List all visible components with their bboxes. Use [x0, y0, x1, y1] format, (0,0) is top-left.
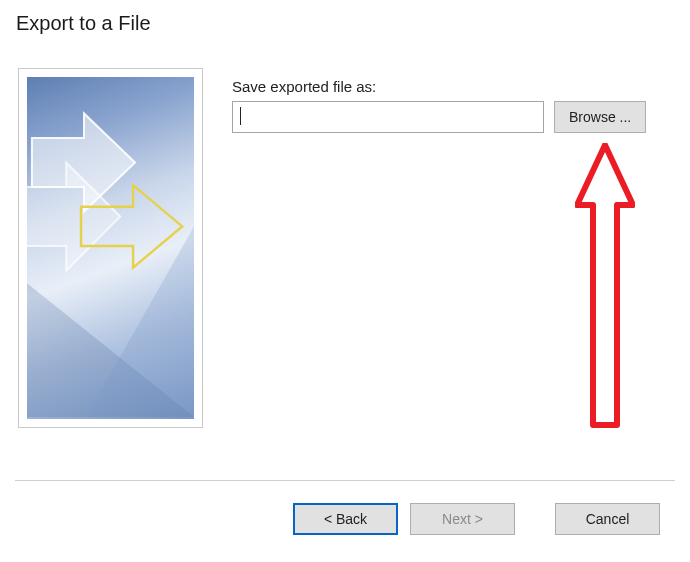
- cancel-button[interactable]: Cancel: [555, 503, 660, 535]
- file-path-label: Save exported file as:: [232, 78, 670, 95]
- next-button: Next >: [410, 503, 515, 535]
- file-path-input[interactable]: [232, 101, 544, 133]
- annotation-arrow-icon: [575, 143, 635, 433]
- dialog-title: Export to a File: [16, 12, 151, 35]
- arrows-graphic-icon: [27, 77, 194, 419]
- wizard-graphic: [27, 77, 194, 419]
- wizard-graphic-frame: [18, 68, 203, 428]
- content-area: Save exported file as: Browse ...: [232, 78, 670, 133]
- browse-button[interactable]: Browse ...: [554, 101, 646, 133]
- divider: [15, 480, 675, 481]
- text-cursor: [240, 107, 241, 125]
- button-bar: < Back Next > Cancel: [293, 503, 660, 535]
- back-button[interactable]: < Back: [293, 503, 398, 535]
- file-path-row: Browse ...: [232, 101, 670, 133]
